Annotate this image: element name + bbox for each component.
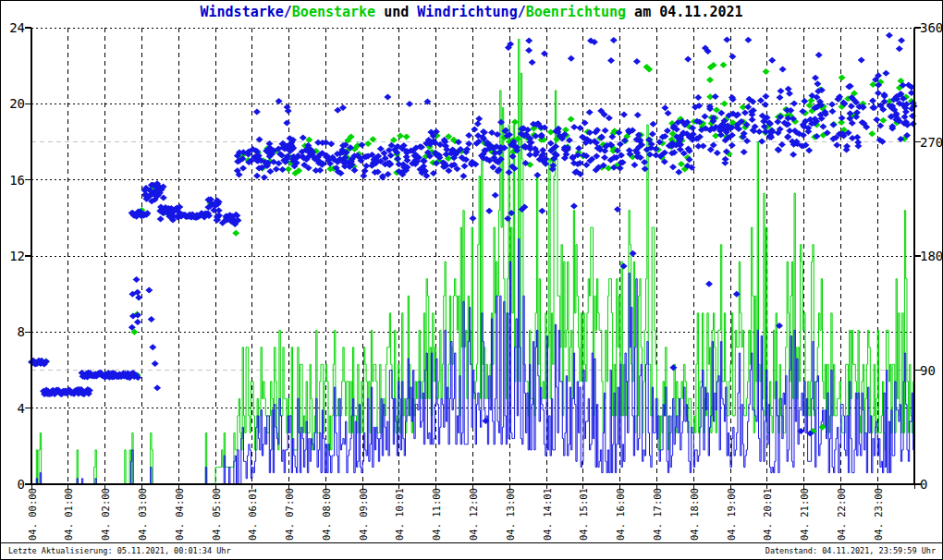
x-tick-label: 04. 04:00 xyxy=(174,488,185,541)
y-left-tick-label: 8 xyxy=(18,324,25,339)
wind-chart-page: Windstarke/Boenstarke und Windrichtung/B… xyxy=(0,0,943,560)
y-right-tick-label: 270 xyxy=(920,135,943,150)
x-tick-label: 04. 05:00 xyxy=(211,488,222,541)
x-tick-label: 04. 13:00 xyxy=(505,488,516,541)
x-tick-label: 04. 01:00 xyxy=(63,488,74,541)
footer-bar: Letzte Aktualisierung: 05.11.2021, 00:01… xyxy=(1,542,942,560)
x-tick-label: 04. 11:00 xyxy=(431,488,442,541)
y-right-tick-label: 360 xyxy=(920,20,943,35)
x-tick-label: 04. 12:00 xyxy=(468,488,479,541)
x-tick-label: 04. 00:00 xyxy=(27,488,38,541)
chart-plot: 0481216202409018027036004. 00:0004. 01:0… xyxy=(1,1,943,542)
x-tick-label: 04. 21:00 xyxy=(799,488,810,541)
x-tick-label: 04. 15:01 xyxy=(578,488,589,541)
x-tick-label: 04. 23:00 xyxy=(873,488,884,541)
x-tick-label: 04. 19:00 xyxy=(726,488,737,541)
y-left-tick-label: 24 xyxy=(9,20,25,35)
x-tick-label: 04. 09:00 xyxy=(358,488,369,541)
x-tick-label: 04. 22:00 xyxy=(836,488,847,541)
x-tick-label: 04. 10:01 xyxy=(394,488,405,541)
x-tick-label: 04. 18:00 xyxy=(689,488,700,541)
y-right-tick-label: 90 xyxy=(920,363,936,378)
footer-data-timestamp: Datenstand: 04.11.2021, 23:59:59 Uhr xyxy=(765,546,936,555)
y-left-tick-label: 0 xyxy=(18,477,25,492)
y-right-tick-label: 180 xyxy=(920,249,943,263)
x-tick-label: 04. 08:00 xyxy=(321,488,332,541)
x-tick-label: 04. 02:00 xyxy=(100,488,111,541)
y-left-tick-label: 16 xyxy=(9,173,25,188)
x-tick-label: 04. 14:01 xyxy=(542,488,553,541)
x-tick-label: 04. 16:00 xyxy=(615,488,626,541)
x-tick-label: 04. 17:00 xyxy=(652,488,663,541)
x-tick-label: 04. 06:01 xyxy=(247,488,258,541)
footer-last-update: Letzte Aktualisierung: 05.11.2021, 00:01… xyxy=(8,546,231,555)
y-left-tick-label: 4 xyxy=(18,401,25,416)
x-tick-label: 04. 03:00 xyxy=(137,488,148,541)
y-left-tick-label: 20 xyxy=(9,96,25,111)
x-tick-label: 04. 20:01 xyxy=(762,488,773,541)
y-left-tick-label: 12 xyxy=(9,249,25,263)
x-tick-label: 04. 07:00 xyxy=(284,488,295,541)
y-right-tick-label: 0 xyxy=(920,477,927,492)
